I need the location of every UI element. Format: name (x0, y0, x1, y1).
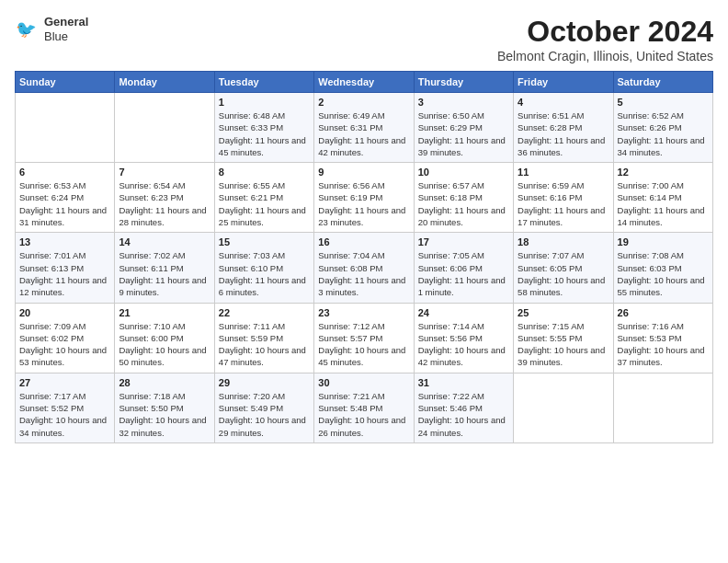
calendar-cell: 14Sunrise: 7:02 AMSunset: 6:11 PMDayligh… (115, 233, 214, 303)
day-info: Sunrise: 7:17 AMSunset: 5:52 PMDaylight:… (19, 390, 110, 439)
day-info: Sunrise: 6:57 AMSunset: 6:18 PMDaylight:… (418, 179, 509, 228)
day-number: 18 (518, 236, 609, 247)
day-number: 23 (318, 307, 409, 318)
day-info: Sunrise: 7:10 AMSunset: 6:00 PMDaylight:… (119, 320, 210, 369)
day-info: Sunrise: 7:16 AMSunset: 5:53 PMDaylight:… (618, 320, 709, 369)
day-number: 14 (119, 236, 210, 247)
day-info: Sunrise: 7:08 AMSunset: 6:03 PMDaylight:… (618, 249, 709, 298)
day-info: Sunrise: 7:01 AMSunset: 6:13 PMDaylight:… (19, 249, 110, 298)
calendar-week: 13Sunrise: 7:01 AMSunset: 6:13 PMDayligh… (16, 233, 713, 303)
calendar-header: SundayMondayTuesdayWednesdayThursdayFrid… (16, 72, 713, 93)
calendar-cell: 11Sunrise: 6:59 AMSunset: 6:16 PMDayligh… (514, 163, 613, 233)
calendar-cell: 8Sunrise: 6:55 AMSunset: 6:21 PMDaylight… (214, 163, 313, 233)
title-block: October 2024 Belmont Cragin, Illinois, U… (497, 15, 713, 63)
weekday-header: Wednesday (314, 72, 414, 93)
day-info: Sunrise: 7:00 AMSunset: 6:14 PMDaylight:… (618, 179, 709, 228)
day-info: Sunrise: 7:05 AMSunset: 6:06 PMDaylight:… (418, 249, 509, 298)
calendar-cell: 6Sunrise: 6:53 AMSunset: 6:24 PMDaylight… (16, 163, 115, 233)
day-info: Sunrise: 7:21 AMSunset: 5:48 PMDaylight:… (318, 390, 409, 439)
calendar-cell: 24Sunrise: 7:14 AMSunset: 5:56 PMDayligh… (414, 303, 513, 373)
location-title: Belmont Cragin, Illinois, United States (497, 49, 713, 63)
calendar-cell: 25Sunrise: 7:15 AMSunset: 5:55 PMDayligh… (514, 303, 613, 373)
day-info: Sunrise: 6:54 AMSunset: 6:23 PMDaylight:… (119, 179, 210, 228)
calendar-cell (613, 373, 712, 442)
calendar-week: 6Sunrise: 6:53 AMSunset: 6:24 PMDaylight… (16, 163, 713, 233)
calendar-cell: 1Sunrise: 6:48 AMSunset: 6:33 PMDaylight… (214, 93, 313, 163)
calendar-cell: 3Sunrise: 6:50 AMSunset: 6:29 PMDaylight… (414, 93, 513, 163)
weekday-header: Tuesday (214, 72, 313, 93)
day-number: 30 (318, 377, 409, 388)
day-number: 13 (19, 236, 110, 247)
day-number: 28 (119, 377, 210, 388)
day-info: Sunrise: 6:49 AMSunset: 6:31 PMDaylight:… (318, 109, 409, 158)
calendar-cell: 15Sunrise: 7:03 AMSunset: 6:10 PMDayligh… (214, 233, 313, 303)
day-number: 1 (219, 97, 310, 108)
day-number: 29 (219, 377, 310, 388)
day-number: 9 (318, 167, 409, 178)
day-info: Sunrise: 6:50 AMSunset: 6:29 PMDaylight:… (418, 109, 509, 158)
svg-text:🐦: 🐦 (16, 18, 37, 39)
calendar-cell: 2Sunrise: 6:49 AMSunset: 6:31 PMDaylight… (314, 93, 414, 163)
day-number: 5 (618, 97, 709, 108)
day-info: Sunrise: 7:04 AMSunset: 6:08 PMDaylight:… (318, 249, 409, 298)
calendar-cell: 27Sunrise: 7:17 AMSunset: 5:52 PMDayligh… (16, 373, 115, 442)
day-number: 17 (418, 236, 509, 247)
weekday-header: Friday (514, 72, 613, 93)
day-number: 31 (418, 377, 509, 388)
calendar-cell (16, 93, 115, 163)
calendar-cell: 31Sunrise: 7:22 AMSunset: 5:46 PMDayligh… (414, 373, 513, 442)
day-number: 27 (19, 377, 110, 388)
calendar-week: 20Sunrise: 7:09 AMSunset: 6:02 PMDayligh… (16, 303, 713, 373)
calendar-cell: 7Sunrise: 6:54 AMSunset: 6:23 PMDaylight… (115, 163, 214, 233)
weekday-header: Saturday (613, 72, 712, 93)
calendar-cell (115, 93, 214, 163)
day-info: Sunrise: 7:14 AMSunset: 5:56 PMDaylight:… (418, 320, 509, 369)
month-title: October 2024 (497, 15, 713, 49)
day-number: 7 (119, 167, 210, 178)
logo: 🐦 General Blue (15, 15, 88, 43)
calendar-table: SundayMondayTuesdayWednesdayThursdayFrid… (15, 71, 713, 443)
day-number: 15 (219, 236, 310, 247)
weekday-header: Monday (115, 72, 214, 93)
day-info: Sunrise: 6:56 AMSunset: 6:19 PMDaylight:… (318, 179, 409, 228)
calendar-week: 1Sunrise: 6:48 AMSunset: 6:33 PMDaylight… (16, 93, 713, 163)
logo-icon: 🐦 (15, 17, 40, 42)
day-info: Sunrise: 7:11 AMSunset: 5:59 PMDaylight:… (219, 320, 310, 369)
weekday-header: Sunday (16, 72, 115, 93)
calendar-cell: 20Sunrise: 7:09 AMSunset: 6:02 PMDayligh… (16, 303, 115, 373)
calendar-cell: 4Sunrise: 6:51 AMSunset: 6:28 PMDaylight… (514, 93, 613, 163)
day-number: 24 (418, 307, 509, 318)
logo-text: General Blue (44, 15, 88, 43)
day-info: Sunrise: 7:12 AMSunset: 5:57 PMDaylight:… (318, 320, 409, 369)
calendar-cell: 16Sunrise: 7:04 AMSunset: 6:08 PMDayligh… (314, 233, 414, 303)
day-number: 26 (618, 307, 709, 318)
day-info: Sunrise: 7:03 AMSunset: 6:10 PMDaylight:… (219, 249, 310, 298)
day-number: 19 (618, 236, 709, 247)
day-info: Sunrise: 6:55 AMSunset: 6:21 PMDaylight:… (219, 179, 310, 228)
day-number: 16 (318, 236, 409, 247)
calendar-cell: 28Sunrise: 7:18 AMSunset: 5:50 PMDayligh… (115, 373, 214, 442)
calendar-cell: 13Sunrise: 7:01 AMSunset: 6:13 PMDayligh… (16, 233, 115, 303)
day-number: 25 (518, 307, 609, 318)
day-number: 2 (318, 97, 409, 108)
calendar-cell (514, 373, 613, 442)
day-number: 21 (119, 307, 210, 318)
calendar-cell: 18Sunrise: 7:07 AMSunset: 6:05 PMDayligh… (514, 233, 613, 303)
calendar-cell: 12Sunrise: 7:00 AMSunset: 6:14 PMDayligh… (613, 163, 712, 233)
calendar-cell: 9Sunrise: 6:56 AMSunset: 6:19 PMDaylight… (314, 163, 414, 233)
day-info: Sunrise: 7:15 AMSunset: 5:55 PMDaylight:… (518, 320, 609, 369)
day-info: Sunrise: 6:59 AMSunset: 6:16 PMDaylight:… (518, 179, 609, 228)
day-info: Sunrise: 6:53 AMSunset: 6:24 PMDaylight:… (19, 179, 110, 228)
day-info: Sunrise: 7:20 AMSunset: 5:49 PMDaylight:… (219, 390, 310, 439)
calendar-cell: 21Sunrise: 7:10 AMSunset: 6:00 PMDayligh… (115, 303, 214, 373)
calendar-week: 27Sunrise: 7:17 AMSunset: 5:52 PMDayligh… (16, 373, 713, 442)
weekday-header: Thursday (414, 72, 513, 93)
day-number: 12 (618, 167, 709, 178)
calendar-cell: 26Sunrise: 7:16 AMSunset: 5:53 PMDayligh… (613, 303, 712, 373)
day-info: Sunrise: 6:51 AMSunset: 6:28 PMDaylight:… (518, 109, 609, 158)
calendar-cell: 19Sunrise: 7:08 AMSunset: 6:03 PMDayligh… (613, 233, 712, 303)
day-number: 4 (518, 97, 609, 108)
day-info: Sunrise: 7:22 AMSunset: 5:46 PMDaylight:… (418, 390, 509, 439)
day-info: Sunrise: 7:09 AMSunset: 6:02 PMDaylight:… (19, 320, 110, 369)
day-number: 3 (418, 97, 509, 108)
